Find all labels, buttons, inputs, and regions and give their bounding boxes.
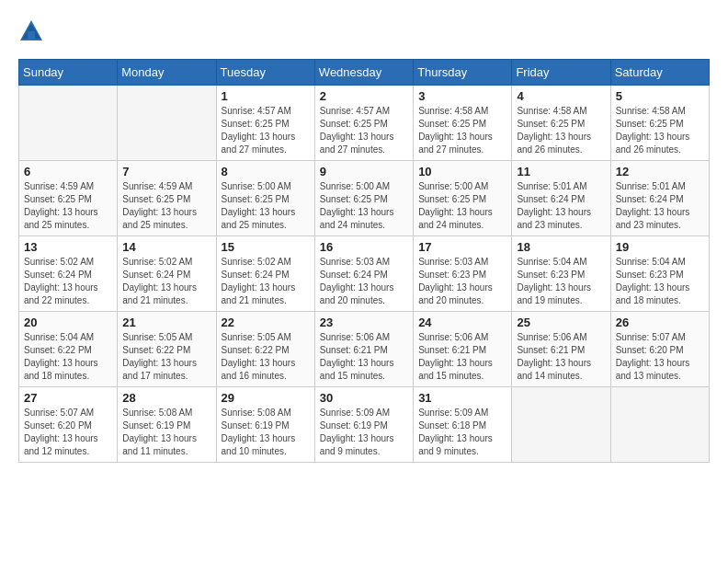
- page-header: [18, 18, 710, 44]
- weekday-header: Monday: [118, 60, 216, 86]
- weekday-header: Wednesday: [314, 60, 413, 86]
- day-number: 23: [320, 316, 408, 329]
- weekday-header: Friday: [512, 60, 610, 86]
- calendar-cell: 24Sunrise: 5:06 AM Sunset: 6:21 PM Dayli…: [414, 312, 512, 387]
- day-info: Sunrise: 5:04 AM Sunset: 6:22 PM Dayligh…: [24, 331, 112, 383]
- day-number: 13: [24, 240, 112, 254]
- day-number: 25: [517, 316, 605, 329]
- calendar-cell: 29Sunrise: 5:08 AM Sunset: 6:19 PM Dayli…: [216, 387, 314, 463]
- day-number: 24: [418, 316, 506, 329]
- weekday-header: Saturday: [610, 60, 709, 86]
- day-info: Sunrise: 4:59 AM Sunset: 6:25 PM Dayligh…: [122, 180, 210, 232]
- day-info: Sunrise: 5:02 AM Sunset: 6:24 PM Dayligh…: [222, 256, 310, 307]
- day-number: 26: [616, 316, 704, 329]
- day-number: 15: [222, 240, 310, 254]
- day-info: Sunrise: 5:07 AM Sunset: 6:20 PM Dayligh…: [616, 331, 704, 383]
- day-info: Sunrise: 5:03 AM Sunset: 6:23 PM Dayligh…: [418, 256, 506, 307]
- day-number: 19: [616, 240, 704, 254]
- day-number: 28: [122, 391, 210, 405]
- calendar-cell: [118, 86, 216, 161]
- day-info: Sunrise: 5:02 AM Sunset: 6:24 PM Dayligh…: [122, 256, 210, 307]
- day-info: Sunrise: 5:08 AM Sunset: 6:19 PM Dayligh…: [122, 407, 210, 458]
- calendar-cell: [19, 86, 118, 161]
- logo-icon: [18, 18, 44, 44]
- day-info: Sunrise: 4:57 AM Sunset: 6:25 PM Dayligh…: [222, 105, 310, 156]
- day-number: 10: [418, 165, 506, 178]
- calendar-cell: [610, 387, 709, 463]
- day-number: 14: [122, 240, 210, 254]
- calendar-cell: 23Sunrise: 5:06 AM Sunset: 6:21 PM Dayli…: [314, 312, 413, 387]
- day-number: 20: [24, 316, 112, 329]
- weekday-header: Tuesday: [216, 60, 314, 86]
- day-number: 29: [222, 391, 310, 405]
- day-info: Sunrise: 4:58 AM Sunset: 6:25 PM Dayligh…: [517, 105, 605, 156]
- calendar-week-row: 6Sunrise: 4:59 AM Sunset: 6:25 PM Daylig…: [19, 161, 710, 236]
- calendar-cell: 19Sunrise: 5:04 AM Sunset: 6:23 PM Dayli…: [610, 236, 709, 312]
- day-info: Sunrise: 5:04 AM Sunset: 6:23 PM Dayligh…: [517, 256, 605, 307]
- calendar-cell: 16Sunrise: 5:03 AM Sunset: 6:24 PM Dayli…: [314, 236, 413, 312]
- svg-rect-2: [28, 31, 35, 39]
- day-info: Sunrise: 4:59 AM Sunset: 6:25 PM Dayligh…: [24, 180, 112, 232]
- calendar-cell: 7Sunrise: 4:59 AM Sunset: 6:25 PM Daylig…: [118, 161, 216, 236]
- logo: [18, 18, 48, 44]
- calendar-cell: 14Sunrise: 5:02 AM Sunset: 6:24 PM Dayli…: [118, 236, 216, 312]
- day-number: 11: [517, 165, 605, 178]
- weekday-header-row: SundayMondayTuesdayWednesdayThursdayFrid…: [19, 60, 710, 86]
- calendar-cell: 4Sunrise: 4:58 AM Sunset: 6:25 PM Daylig…: [512, 86, 610, 161]
- calendar-week-row: 13Sunrise: 5:02 AM Sunset: 6:24 PM Dayli…: [19, 236, 710, 312]
- weekday-header: Thursday: [414, 60, 512, 86]
- day-number: 5: [616, 89, 704, 103]
- day-number: 18: [517, 240, 605, 254]
- day-number: 8: [222, 165, 310, 178]
- day-info: Sunrise: 5:06 AM Sunset: 6:21 PM Dayligh…: [517, 331, 605, 383]
- calendar-cell: 25Sunrise: 5:06 AM Sunset: 6:21 PM Dayli…: [512, 312, 610, 387]
- day-info: Sunrise: 5:03 AM Sunset: 6:24 PM Dayligh…: [320, 256, 408, 307]
- calendar-cell: 22Sunrise: 5:05 AM Sunset: 6:22 PM Dayli…: [216, 312, 314, 387]
- calendar-cell: [512, 387, 610, 463]
- calendar-cell: 3Sunrise: 4:58 AM Sunset: 6:25 PM Daylig…: [414, 86, 512, 161]
- day-number: 6: [24, 165, 112, 178]
- calendar-cell: 17Sunrise: 5:03 AM Sunset: 6:23 PM Dayli…: [414, 236, 512, 312]
- calendar-cell: 10Sunrise: 5:00 AM Sunset: 6:25 PM Dayli…: [414, 161, 512, 236]
- calendar-cell: 5Sunrise: 4:58 AM Sunset: 6:25 PM Daylig…: [610, 86, 709, 161]
- calendar-cell: 9Sunrise: 5:00 AM Sunset: 6:25 PM Daylig…: [314, 161, 413, 236]
- day-info: Sunrise: 5:00 AM Sunset: 6:25 PM Dayligh…: [418, 180, 506, 232]
- calendar-week-row: 1Sunrise: 4:57 AM Sunset: 6:25 PM Daylig…: [19, 86, 710, 161]
- day-info: Sunrise: 5:01 AM Sunset: 6:24 PM Dayligh…: [616, 180, 704, 232]
- day-info: Sunrise: 5:01 AM Sunset: 6:24 PM Dayligh…: [517, 180, 605, 232]
- day-number: 31: [418, 391, 506, 405]
- calendar-cell: 30Sunrise: 5:09 AM Sunset: 6:19 PM Dayli…: [314, 387, 413, 463]
- calendar-cell: 21Sunrise: 5:05 AM Sunset: 6:22 PM Dayli…: [118, 312, 216, 387]
- weekday-header: Sunday: [19, 60, 118, 86]
- day-info: Sunrise: 5:09 AM Sunset: 6:18 PM Dayligh…: [418, 407, 506, 458]
- day-number: 3: [418, 89, 506, 103]
- day-info: Sunrise: 5:02 AM Sunset: 6:24 PM Dayligh…: [24, 256, 112, 307]
- day-info: Sunrise: 4:58 AM Sunset: 6:25 PM Dayligh…: [616, 105, 704, 156]
- day-number: 12: [616, 165, 704, 178]
- day-number: 21: [122, 316, 210, 329]
- day-info: Sunrise: 4:58 AM Sunset: 6:25 PM Dayligh…: [418, 105, 506, 156]
- day-info: Sunrise: 4:57 AM Sunset: 6:25 PM Dayligh…: [320, 105, 408, 156]
- day-number: 2: [320, 89, 408, 103]
- calendar-cell: 6Sunrise: 4:59 AM Sunset: 6:25 PM Daylig…: [19, 161, 118, 236]
- calendar-cell: 28Sunrise: 5:08 AM Sunset: 6:19 PM Dayli…: [118, 387, 216, 463]
- day-number: 16: [320, 240, 408, 254]
- day-info: Sunrise: 5:06 AM Sunset: 6:21 PM Dayligh…: [320, 331, 408, 383]
- day-info: Sunrise: 5:09 AM Sunset: 6:19 PM Dayligh…: [320, 407, 408, 458]
- calendar-cell: 8Sunrise: 5:00 AM Sunset: 6:25 PM Daylig…: [216, 161, 314, 236]
- day-info: Sunrise: 5:05 AM Sunset: 6:22 PM Dayligh…: [222, 331, 310, 383]
- day-info: Sunrise: 5:05 AM Sunset: 6:22 PM Dayligh…: [122, 331, 210, 383]
- calendar-cell: 11Sunrise: 5:01 AM Sunset: 6:24 PM Dayli…: [512, 161, 610, 236]
- day-info: Sunrise: 5:06 AM Sunset: 6:21 PM Dayligh…: [418, 331, 506, 383]
- calendar-cell: 26Sunrise: 5:07 AM Sunset: 6:20 PM Dayli…: [610, 312, 709, 387]
- calendar-cell: 13Sunrise: 5:02 AM Sunset: 6:24 PM Dayli…: [19, 236, 118, 312]
- calendar-cell: 31Sunrise: 5:09 AM Sunset: 6:18 PM Dayli…: [414, 387, 512, 463]
- calendar-week-row: 27Sunrise: 5:07 AM Sunset: 6:20 PM Dayli…: [19, 387, 710, 463]
- day-number: 7: [122, 165, 210, 178]
- calendar-table: SundayMondayTuesdayWednesdayThursdayFrid…: [18, 59, 710, 463]
- calendar-cell: 15Sunrise: 5:02 AM Sunset: 6:24 PM Dayli…: [216, 236, 314, 312]
- day-number: 27: [24, 391, 112, 405]
- calendar-cell: 1Sunrise: 4:57 AM Sunset: 6:25 PM Daylig…: [216, 86, 314, 161]
- day-info: Sunrise: 5:07 AM Sunset: 6:20 PM Dayligh…: [24, 407, 112, 458]
- day-number: 4: [517, 89, 605, 103]
